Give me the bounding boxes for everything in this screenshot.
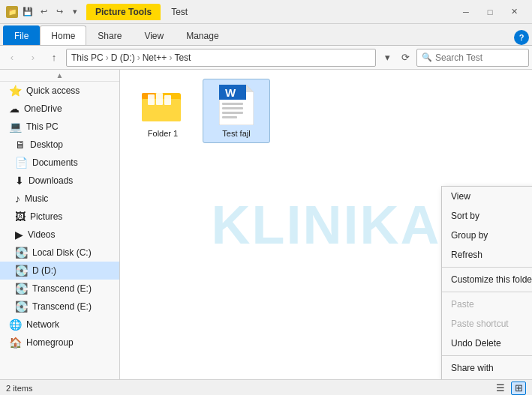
ctx-group-label: Group by <box>451 230 488 241</box>
ctx-view[interactable]: View › <box>442 187 532 206</box>
sidebar-item-transcend-e2[interactable]: 💽 Transcend (E:) <box>0 298 119 316</box>
refresh-icon[interactable]: ⟳ <box>397 49 413 66</box>
tab-manage[interactable]: Manage <box>175 25 230 45</box>
ctx-customize-label: Customize this folder... <box>451 274 532 285</box>
sidebar-item-music[interactable]: ♪ Music <box>0 190 119 208</box>
ctx-customize[interactable]: Customize this folder... <box>442 270 532 289</box>
sidebar-item-downloads[interactable]: ⬇ Downloads <box>0 172 119 190</box>
address-right: ▾ ⟳ <box>379 49 413 66</box>
sidebar-item-desktop[interactable]: 🖥 Desktop <box>0 136 119 154</box>
ctx-sort-label: Sort by <box>451 211 479 221</box>
tab-file[interactable]: File <box>3 25 40 45</box>
sidebar-item-drive-d[interactable]: 💽 D (D:) <box>0 262 119 280</box>
close-button[interactable]: ✕ <box>502 4 526 20</box>
network-icon: 🌐 <box>9 319 22 331</box>
ctx-undo-label: Undo Delete <box>451 338 501 349</box>
downloads-icon: ⬇ <box>15 175 24 187</box>
path-netpp[interactable]: Net++ <box>143 52 167 63</box>
file-item-folder1[interactable]: Folder 1 <box>129 79 197 143</box>
svg-rect-13 <box>222 116 237 118</box>
folder-icon <box>142 84 184 126</box>
sidebar-item-quick-access[interactable]: ⭐ Quick access <box>0 82 119 100</box>
star-icon: ⭐ <box>9 85 22 97</box>
view-toggle: ☰ ⊞ <box>493 382 526 395</box>
sidebar-item-pictures[interactable]: 🖼 Pictures <box>0 208 119 226</box>
tab-home[interactable]: Home <box>40 25 86 45</box>
dropdown-icon[interactable]: ▾ <box>68 5 82 19</box>
sidebar-item-this-pc[interactable]: 💻 This PC <box>0 118 119 136</box>
path-this-pc[interactable]: This PC <box>71 52 104 63</box>
ctx-new[interactable]: New › <box>442 378 532 379</box>
back-button[interactable]: ‹ <box>3 49 21 67</box>
help-button[interactable]: ? <box>514 30 529 45</box>
title-bar: 📁 💾 ↩ ↪ ▾ Picture Tools Test ─ □ ✕ <box>0 0 532 24</box>
ctx-refresh[interactable]: Refresh <box>442 245 532 265</box>
disk-e1-icon: 💽 <box>15 283 28 295</box>
undo-icon[interactable]: ↩ <box>37 5 50 19</box>
minimize-button[interactable]: ─ <box>454 4 478 20</box>
svg-rect-4 <box>156 93 163 105</box>
ctx-undo[interactable]: Undo Delete Ctrl+Z <box>442 334 532 353</box>
picture-tools-tab[interactable]: Picture Tools <box>86 4 161 20</box>
search-input[interactable] <box>435 52 524 63</box>
sidebar-item-homegroup[interactable]: 🏠 Homegroup <box>0 334 119 352</box>
sidebar-label-network: Network <box>26 319 59 330</box>
videos-icon: ▶ <box>15 229 23 241</box>
address-path[interactable]: This PC › D (D:) › Net++ › Test <box>66 49 376 67</box>
tab-view[interactable]: View <box>133 25 175 45</box>
title-bar-left: 📁 💾 ↩ ↪ ▾ Picture Tools Test <box>6 4 188 20</box>
path-d-drive[interactable]: D (D:) <box>111 52 135 63</box>
cloud-icon: ☁ <box>9 103 20 115</box>
sidebar-label-onedrive: OneDrive <box>24 103 62 114</box>
folder1-label: Folder 1 <box>148 129 178 138</box>
save-icon[interactable]: 💾 <box>21 5 35 19</box>
ctx-sep-3 <box>442 355 532 356</box>
tab-share[interactable]: Share <box>86 25 133 45</box>
grid-view-button[interactable]: ⊞ <box>511 382 526 395</box>
ctx-view-label: View <box>451 191 470 202</box>
sidebar-item-documents[interactable]: 📄 Documents <box>0 154 119 172</box>
ctx-paste-shortcut[interactable]: Paste shortcut <box>442 314 532 334</box>
search-box[interactable]: 🔍 <box>416 49 529 67</box>
redo-icon[interactable]: ↪ <box>53 5 66 19</box>
sidebar-label-homegroup: Homegroup <box>26 337 74 348</box>
path-test[interactable]: Test <box>174 52 191 63</box>
music-icon: ♪ <box>15 193 20 205</box>
sidebar-label-this-pc: This PC <box>26 121 59 132</box>
maximize-button[interactable]: □ <box>478 4 502 20</box>
svg-rect-3 <box>148 94 155 105</box>
ctx-share[interactable]: Share with › <box>442 358 532 378</box>
sidebar-label-transcend-e1: Transcend (E:) <box>32 283 92 294</box>
up-button[interactable]: ↑ <box>45 49 63 67</box>
ribbon-tabs: File Home Share View Manage ? <box>0 24 532 45</box>
sidebar-item-local-c[interactable]: 💽 Local Disk (C:) <box>0 244 119 262</box>
sidebar-item-videos[interactable]: ▶ Videos <box>0 226 119 244</box>
desktop-icon: 🖥 <box>15 139 26 151</box>
documents-icon: 📄 <box>15 157 28 169</box>
test-fajl-label: Test fajl <box>222 129 250 138</box>
path-dropdown-icon[interactable]: ▾ <box>379 49 395 66</box>
disk-c-icon: 💽 <box>15 247 28 259</box>
path-sep-2: › <box>137 52 140 63</box>
sidebar-item-transcend-e1[interactable]: 💽 Transcend (E:) <box>0 280 119 298</box>
svg-rect-5 <box>164 95 171 105</box>
forward-button[interactable]: › <box>24 49 42 67</box>
svg-rect-10 <box>222 103 243 105</box>
context-menu: View › Sort by › Group by › Refresh Cust… <box>441 186 532 379</box>
ctx-paste[interactable]: Paste <box>442 295 532 314</box>
content-area: KLINIKA Folder 1 <box>120 70 532 379</box>
disk-e2-icon: 💽 <box>15 301 28 313</box>
address-bar: ‹ › ↑ This PC › D (D:) › Net++ › Test ▾ … <box>0 46 532 70</box>
homegroup-icon: 🏠 <box>9 337 22 349</box>
sidebar-label-drive-d: D (D:) <box>32 265 56 276</box>
window-icons: 📁 💾 ↩ ↪ ▾ <box>6 5 82 19</box>
ctx-group[interactable]: Group by › <box>442 226 532 245</box>
list-view-button[interactable]: ☰ <box>493 382 508 395</box>
sidebar-label-downloads: Downloads <box>29 175 73 186</box>
sidebar-scroll-up[interactable]: ▲ <box>0 70 119 82</box>
sidebar-item-network[interactable]: 🌐 Network <box>0 316 119 334</box>
sidebar: ▲ ⭐ Quick access ☁ OneDrive 💻 This PC 🖥 … <box>0 70 120 379</box>
file-item-test-fajl[interactable]: W Test fajl <box>203 79 270 143</box>
ctx-sort[interactable]: Sort by › <box>442 206 532 226</box>
sidebar-item-onedrive[interactable]: ☁ OneDrive <box>0 100 119 118</box>
